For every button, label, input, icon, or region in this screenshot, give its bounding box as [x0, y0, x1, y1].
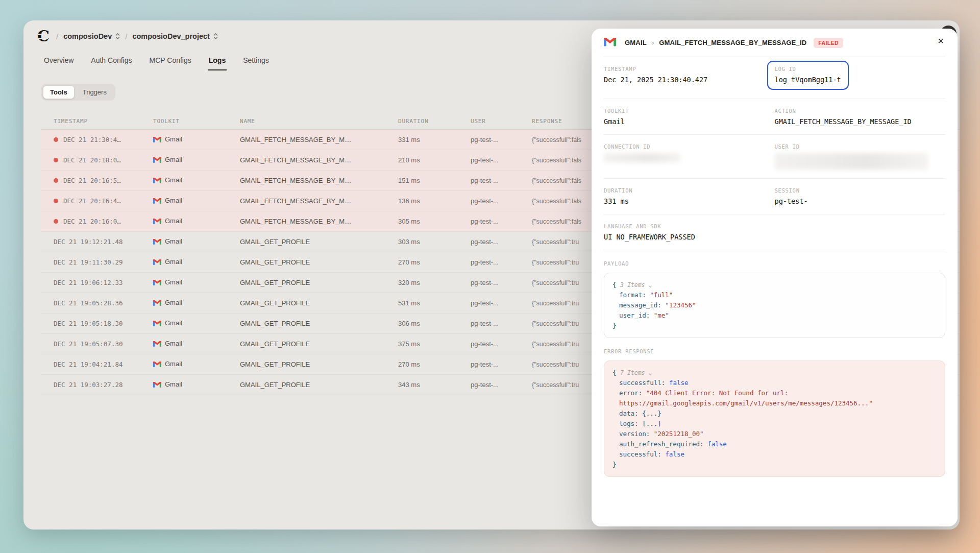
segment-triggers[interactable]: Triggers — [76, 85, 114, 99]
cell-user: pg-test-... — [471, 177, 532, 184]
cell-user: pg-test-... — [471, 156, 532, 164]
tab-logs[interactable]: Logs — [208, 54, 227, 70]
tab-overview[interactable]: Overview — [43, 54, 75, 70]
column-header-toolkit: TOOLKIT — [153, 118, 240, 125]
field-log-id: LOG ID log_tVqomBgg11-t — [775, 66, 946, 90]
cell-timestamp: DEC 21 20:16:5… — [54, 177, 153, 184]
code-line: https://gmail.googleapis.com/gmail/v1/us… — [612, 398, 937, 408]
payload-code[interactable]: { 3 Items ⌄format: "full"message_id: "12… — [604, 273, 945, 338]
code-line: successfull: false — [612, 378, 937, 388]
cell-timestamp: DEC 21 19:04:21.84 — [54, 360, 153, 368]
panel-header: GMAIL › GMAIL_FETCH_MESSAGE_BY_MESSAGE_I… — [604, 29, 945, 57]
cell-timestamp: DEC 21 19:11:30.29 — [54, 258, 153, 266]
cell-name: GMAIL_GET_PROFILE — [240, 381, 398, 389]
cell-name: GMAIL_FETCH_MESSAGE_BY_M… — [240, 136, 398, 143]
field-row: TIMESTAMP Dec 21, 2025 21:30:40.427 LOG … — [604, 57, 945, 99]
cell-user: pg-test-... — [471, 320, 532, 327]
cell-toolkit: Gmail — [153, 135, 240, 144]
composio-logo-icon[interactable]: C — [36, 29, 51, 44]
cell-timestamp: DEC 21 19:03:27.28 — [54, 381, 153, 389]
gmail-icon — [153, 320, 161, 328]
field-row: DURATION 331 ms SESSION pg-test- — [604, 179, 945, 214]
code-line: logs: [...] — [612, 419, 937, 429]
redacted-value — [775, 153, 928, 170]
field-session: SESSION pg-test- — [775, 187, 946, 205]
cell-duration: 136 ms — [398, 197, 471, 205]
segment-tools[interactable]: Tools — [43, 85, 75, 99]
field-timestamp: TIMESTAMP Dec 21, 2025 21:30:40.427 — [604, 66, 775, 84]
error-dot-icon — [54, 178, 58, 183]
error-dot-icon — [54, 137, 58, 142]
breadcrumb-project-selector[interactable]: composioDev_project — [132, 32, 218, 40]
cell-timestamp: DEC 21 19:06:12.33 — [54, 279, 153, 286]
cell-duration: 270 ms — [398, 258, 471, 266]
code-line: message_id: "123456" — [612, 300, 937, 310]
cell-toolkit: Gmail — [153, 299, 240, 307]
cell-name: GMAIL_FETCH_MESSAGE_BY_M… — [240, 156, 398, 164]
breadcrumb-separator: / — [56, 32, 58, 41]
error-dot-icon — [54, 219, 58, 224]
gmail-icon — [153, 177, 161, 185]
column-header-name: NAME — [240, 118, 398, 125]
code-line: version: "20251218_00" — [612, 429, 937, 439]
field-row: LANGUAGE AND SDK UI NO_FRAMEWORK_PASSED — [604, 214, 945, 250]
breadcrumb-org-selector[interactable]: composioDev — [63, 32, 120, 40]
field-duration: DURATION 331 ms — [604, 187, 775, 205]
code-line: format: "full" — [612, 290, 937, 300]
cell-toolkit: Gmail — [153, 197, 240, 205]
cell-name: GMAIL_FETCH_MESSAGE_BY_M… — [240, 177, 398, 184]
error-response-label: ERROR RESPONSE — [604, 348, 945, 354]
code-line: error: "404 Client Error: Not Found for … — [612, 388, 937, 398]
cell-toolkit: Gmail — [153, 380, 240, 389]
project-name: composioDev_project — [132, 32, 210, 40]
cell-user: pg-test-... — [471, 218, 532, 225]
close-icon[interactable]: ✕ — [938, 37, 944, 45]
cell-name: GMAIL_GET_PROFILE — [240, 360, 398, 368]
cell-duration: 531 ms — [398, 299, 471, 307]
gmail-icon — [153, 259, 161, 267]
cell-duration: 320 ms — [398, 279, 471, 286]
panel-action-name: GMAIL_FETCH_MESSAGE_BY_MESSAGE_ID — [659, 39, 806, 46]
gmail-icon — [153, 136, 161, 144]
chevron-right-icon: › — [652, 39, 654, 46]
chevron-updown-icon — [213, 33, 218, 40]
chevron-updown-icon — [115, 33, 120, 40]
cell-name: GMAIL_FETCH_MESSAGE_BY_M… — [240, 218, 398, 225]
cell-toolkit: Gmail — [153, 176, 240, 185]
gmail-icon — [153, 218, 161, 226]
column-header-duration: DURATION — [398, 118, 471, 125]
cell-duration: 151 ms — [398, 177, 471, 184]
cell-name: GMAIL_GET_PROFILE — [240, 299, 398, 307]
code-line: { 3 Items ⌄ — [612, 280, 937, 290]
cell-duration: 270 ms — [398, 360, 471, 368]
cell-name: GMAIL_GET_PROFILE — [240, 320, 398, 327]
cell-user: pg-test-... — [471, 197, 532, 205]
redacted-value — [604, 153, 680, 162]
tools-triggers-toggle: ToolsTriggers — [41, 84, 115, 101]
cell-name: GMAIL_FETCH_MESSAGE_BY_M… — [240, 197, 398, 205]
code-line: } — [612, 321, 937, 331]
code-line: auth_refresh_required: false — [612, 439, 937, 449]
gmail-icon — [153, 361, 161, 369]
field-user-id: USER ID — [775, 143, 946, 170]
gmail-icon — [153, 300, 161, 307]
cell-timestamp: DEC 21 20:16:4… — [54, 197, 153, 205]
tab-settings[interactable]: Settings — [242, 54, 270, 70]
cell-timestamp: DEC 21 19:12:21.48 — [54, 238, 153, 246]
cell-toolkit: Gmail — [153, 258, 240, 267]
error-response-code[interactable]: { 7 Items ⌄successfull: falseerror: "404… — [604, 360, 945, 477]
cell-name: GMAIL_GET_PROFILE — [240, 279, 398, 286]
log-id-focus-ring[interactable]: LOG ID log_tVqomBgg11-t — [767, 61, 849, 90]
field-row: TOOLKIT Gmail ACTION GMAIL_FETCH_MESSAGE… — [604, 99, 945, 135]
field-row: CONNECTION ID USER ID — [604, 135, 945, 179]
panel-toolkit-name: GMAIL — [625, 39, 647, 46]
tab-mcp-configs[interactable]: MCP Configs — [149, 54, 192, 70]
log-detail-panel: GMAIL › GMAIL_FETCH_MESSAGE_BY_MESSAGE_I… — [592, 29, 958, 526]
cell-timestamp: DEC 21 19:05:07.30 — [54, 340, 153, 348]
error-dot-icon — [54, 158, 58, 162]
cell-duration: 305 ms — [398, 218, 471, 225]
cell-duration: 210 ms — [398, 156, 471, 164]
cell-duration: 375 ms — [398, 340, 471, 348]
tab-auth-configs[interactable]: Auth Configs — [90, 54, 133, 70]
gmail-icon — [153, 198, 161, 205]
